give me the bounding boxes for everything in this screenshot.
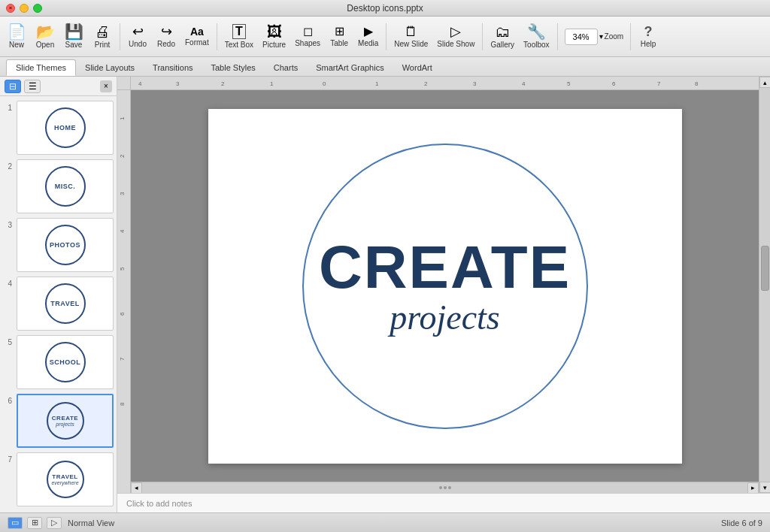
zoom-label: Zoom [605, 32, 624, 41]
new-icon: 📄 [8, 24, 26, 39]
ruler-horizontal: 4 3 2 1 0 1 2 3 4 5 6 7 8 [131, 77, 759, 90]
tab-smartart-graphics[interactable]: SmartArt Graphics [307, 59, 393, 76]
scroll-left-button[interactable]: ◂ [131, 482, 142, 494]
svg-text:4: 4 [522, 80, 526, 87]
toolbar-separator-3 [386, 23, 387, 50]
svg-text:3: 3 [119, 192, 126, 195]
toolbar-separator-6 [630, 23, 631, 50]
scroll-up-button[interactable]: ▴ [759, 77, 771, 88]
right-scrollbar[interactable]: ▴ ▾ [759, 77, 770, 493]
open-button[interactable]: 📂 Open [32, 20, 59, 54]
slide-canvas[interactable]: CREATE projects [208, 109, 682, 464]
svg-text:6: 6 [612, 80, 616, 87]
save-button[interactable]: 💾 Save [60, 20, 87, 54]
tab-charts[interactable]: Charts [265, 59, 307, 76]
scroll-down-button[interactable]: ▾ [759, 482, 771, 493]
svg-text:1: 1 [375, 80, 379, 87]
format-button[interactable]: Aa Format [181, 20, 213, 54]
close-panel-button[interactable]: × [100, 80, 112, 92]
slide-item-6[interactable]: 6 CREATE projects [3, 394, 114, 448]
list-view-button[interactable]: ☰ [24, 80, 41, 93]
notes-area[interactable]: Click to add notes [117, 493, 770, 512]
media-button[interactable]: ▶ Media [354, 20, 382, 54]
slide-thumb-6: CREATE projects [17, 394, 114, 448]
picture-button[interactable]: 🖼 Picture [259, 20, 290, 54]
toolbar-separator-5 [557, 23, 558, 50]
print-button[interactable]: 🖨 Print [89, 20, 116, 54]
new-slide-button[interactable]: 🗒 New Slide [390, 20, 432, 54]
slide-list: 1 HOME 2 MISC. [0, 96, 117, 512]
svg-text:5: 5 [567, 80, 571, 87]
ruler-corner [117, 77, 131, 90]
slide-main-circle: CREATE projects [302, 144, 588, 429]
textbox-button[interactable]: T Text Box [221, 20, 257, 54]
status-bar: ▭ ⊞ ▷ Normal View Slide 6 of 9 [0, 512, 770, 532]
table-button[interactable]: ⊞ Table [326, 20, 353, 54]
toolbar-separator-2 [217, 23, 217, 50]
redo-button[interactable]: ↪ Redo [153, 20, 180, 54]
traffic-lights: × [6, 4, 42, 13]
slide-item-1[interactable]: 1 HOME [3, 101, 114, 155]
undo-button[interactable]: ↩ Undo [124, 20, 151, 54]
media-icon: ▶ [364, 26, 373, 38]
slide-item-5[interactable]: 5 SCHOOL [3, 335, 114, 389]
svg-text:8: 8 [695, 80, 699, 87]
zoom-dropdown-icon[interactable]: ▾ [599, 32, 603, 41]
picture-icon: 🖼 [267, 24, 282, 39]
help-button[interactable]: ? Help [635, 20, 662, 54]
scroll-track [759, 88, 770, 482]
ruler-vertical: 1 2 3 4 5 6 7 8 [117, 90, 131, 493]
slide-panel-header: ⊟ ☰ × [0, 77, 117, 96]
maximize-button[interactable] [33, 4, 42, 13]
svg-text:6: 6 [119, 312, 126, 316]
present-view-button[interactable]: ▷ [47, 517, 62, 529]
minimize-button[interactable] [20, 4, 29, 13]
slide-title: CREATE [319, 237, 571, 298]
svg-text:0: 0 [323, 80, 326, 87]
svg-text:5: 5 [119, 267, 126, 271]
table-icon: ⊞ [335, 26, 344, 38]
status-view-label: Normal View [68, 518, 114, 527]
svg-text:4: 4 [119, 229, 126, 233]
normal-view-button[interactable]: ▭ [8, 517, 23, 529]
gallery-button[interactable]: 🗂 Gallery [487, 20, 518, 54]
canvas-area[interactable]: CREATE projects [131, 90, 759, 482]
tab-slide-layouts[interactable]: Slide Layouts [76, 59, 144, 76]
tab-table-styles[interactable]: Table Styles [202, 59, 265, 76]
svg-text:4: 4 [138, 80, 142, 87]
close-button[interactable]: × [6, 4, 15, 13]
shapes-button[interactable]: ◻ Shapes [291, 20, 324, 54]
open-icon: 📂 [36, 24, 55, 39]
toolbox-icon: 🔧 [527, 24, 546, 39]
tab-wordart[interactable]: WordArt [393, 59, 441, 76]
svg-text:2: 2 [424, 80, 428, 87]
slide-item-4[interactable]: 4 TRAVEL [3, 277, 114, 331]
zoom-input[interactable] [565, 29, 598, 45]
thumbnail-view-button[interactable]: ⊟ [5, 80, 21, 93]
slide-show-button[interactable]: ▷ Slide Show [433, 20, 478, 54]
editor-content: 4 3 2 1 0 1 2 3 4 5 6 7 8 [117, 77, 770, 493]
svg-text:2: 2 [119, 154, 126, 158]
format-icon: Aa [190, 26, 204, 37]
toolbar-separator-1 [120, 23, 120, 50]
slide-panel: ⊟ ☰ × 1 HOME 2 [0, 77, 117, 512]
slide-item-2[interactable]: 2 MISC. [3, 159, 114, 213]
svg-text:3: 3 [176, 80, 180, 87]
tab-transitions[interactable]: Transitions [144, 59, 202, 76]
toolbar: 📄 New 📂 Open 💾 Save 🖨 Print ↩ Undo ↪ Red… [0, 17, 770, 57]
toolbox-button[interactable]: 🔧 Toolbox [520, 20, 553, 54]
slide-thumb-4: TRAVEL [17, 277, 114, 331]
new-slide-icon: 🗒 [405, 25, 418, 38]
slide-item-7[interactable]: 7 TRAVEL everywhere [3, 452, 114, 506]
toolbar-separator-4 [482, 23, 483, 50]
tab-slide-themes[interactable]: Slide Themes [6, 59, 76, 76]
scroll-right-button[interactable]: ▸ [747, 482, 759, 494]
slide-show-icon: ▷ [450, 25, 461, 38]
new-button[interactable]: 📄 New [3, 20, 30, 54]
scroll-thumb[interactable] [761, 246, 769, 291]
bottom-scrollbar[interactable]: ◂ ▸ [131, 482, 759, 493]
slide-item-3[interactable]: 3 PHOTOS [3, 218, 114, 272]
grid-view-button[interactable]: ⊞ [27, 517, 42, 529]
textbox-icon: T [232, 24, 246, 39]
notes-placeholder: Click to add notes [126, 499, 192, 508]
